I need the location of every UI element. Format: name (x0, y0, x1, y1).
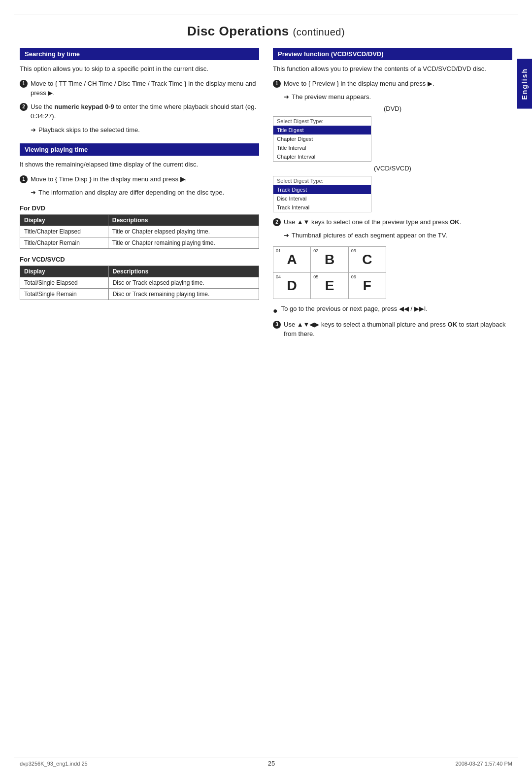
thumb-letter: F (363, 278, 371, 294)
dvd-col1: Display (20, 214, 108, 226)
digest-row: Disc Interval (273, 194, 371, 203)
display-cell: Title/Chapter Elapsed (20, 226, 108, 237)
thumb-cell: 02B (311, 247, 348, 272)
digest-row: Track Digest (273, 185, 371, 194)
digest-row: Chapter Digest (273, 134, 371, 143)
table-row: Title/Chapter ElapsedTitle or Chapter el… (20, 226, 259, 237)
digest-row: Title Digest (273, 126, 371, 134)
desc-cell: Title or Chapter elapsed playing time. (108, 226, 259, 237)
searching-section: Searching by time This option allows you… (20, 48, 259, 134)
desc-cell: Disc or Track remaining playing time. (108, 288, 259, 300)
digest-row: Title Interval (273, 143, 371, 152)
thumb-cell: 03C (349, 247, 386, 272)
prev-next-bullet: ● To go to the previous or next page, pr… (273, 304, 512, 317)
preview-step2-num: 2 (273, 218, 281, 226)
content-area: Searching by time This option allows you… (0, 48, 532, 363)
searching-step2: 2 Use the numeric keypad 0-9 to enter th… (20, 102, 259, 121)
thumb-num: 05 (313, 274, 318, 279)
preview-step1: 1 Move to { Preview } in the display men… (273, 79, 512, 89)
thumb-row: 01A02B03C (273, 247, 386, 273)
dvd-table: Display Descriptions Title/Chapter Elaps… (20, 214, 259, 249)
thumb-letter: C (362, 252, 372, 268)
border-bottom (14, 758, 518, 758)
preview-step2-arrow: ➜ Thumbnail pictures of each segment app… (284, 231, 512, 240)
page-title: Disc Operations (continued) (0, 0, 532, 48)
desc-cell: Title or Chapter remaining playing time. (108, 237, 259, 248)
preview-step2: 2 Use ▲▼ keys to select one of the previ… (273, 217, 512, 227)
language-tab: English (517, 59, 532, 109)
vcd-digest-box: Select Digest Type: Track DigestDisc Int… (273, 176, 371, 212)
vcd-digest-header: Select Digest Type: (273, 176, 371, 185)
preview-step1-arrow: ➜ The preview menu appears. (284, 92, 512, 102)
thumb-row: 04D05E06F (273, 273, 386, 299)
thumb-letter: A (287, 252, 297, 268)
thumbnail-grid: 01A02B03C04D05E06F (273, 246, 386, 299)
page-number: 25 (268, 760, 275, 767)
preview-intro: This function allows you to preview the … (273, 64, 512, 74)
preview-step3-num: 3 (273, 321, 281, 329)
step2-num: 2 (20, 103, 28, 111)
table-row: Total/Single ElapsedDisc or Track elapse… (20, 277, 259, 288)
thumb-cell: 05E (311, 273, 348, 299)
title-main: Disc Operations (187, 24, 289, 38)
thumb-num: 01 (276, 248, 281, 253)
preview-step3: 3 Use ▲▼◀▶ keys to select a thumbnail pi… (273, 320, 512, 339)
left-column: Searching by time This option allows you… (20, 48, 259, 343)
thumb-letter: B (325, 252, 334, 268)
preview-section: Preview function (VCD/SVCD/DVD) This fun… (273, 48, 512, 339)
vcd-table-label: For VCD/SVCD (20, 256, 259, 263)
thumb-num: 03 (351, 248, 356, 253)
searching-step2-arrow: ➜ Playback skips to the selected time. (31, 125, 259, 135)
right-column: Preview function (VCD/SVCD/DVD) This fun… (273, 48, 512, 343)
digest-row: Track Interval (273, 203, 371, 212)
footer-left: dvp3256K_93_eng1.indd 25 (20, 761, 88, 767)
page-footer: dvp3256K_93_eng1.indd 25 25 2008-03-27 1… (0, 760, 532, 767)
desc-cell: Disc or Track elapsed playing time. (108, 277, 259, 288)
searching-intro: This option allows you to skip to a spec… (20, 64, 259, 74)
searching-step1: 1 Move to { TT Time / CH Time / Disc Tim… (20, 79, 259, 98)
thumb-cell: 06F (349, 273, 386, 299)
border-top (14, 14, 518, 14)
thumb-num: 06 (351, 274, 356, 279)
display-cell: Total/Single Elapsed (20, 277, 109, 288)
thumb-num: 04 (276, 274, 281, 279)
viewing-header: Viewing playing time (20, 143, 259, 156)
table-row: Title/Chapter RemainTitle or Chapter rem… (20, 237, 259, 248)
thumb-num: 02 (313, 248, 318, 253)
vcd-col2: Descriptions (108, 266, 259, 277)
thumb-letter: E (325, 278, 334, 294)
table-row: Total/Single RemainDisc or Track remaini… (20, 288, 259, 300)
viewing-step1: 1 Move to { Time Disp } in the display m… (20, 174, 259, 184)
viewing-step1-arrow: ➜ The information and display are differ… (31, 188, 259, 198)
preview-step1-num: 1 (273, 80, 281, 88)
page-container: Disc Operations (continued) English Sear… (0, 0, 532, 772)
viewing-intro: It shows the remaining/elapsed time disp… (20, 160, 259, 169)
vcd-label: (VCD/SVCD) (273, 165, 512, 172)
thumb-letter: D (287, 278, 297, 294)
step1-num: 1 (20, 80, 28, 88)
dvd-label: (DVD) (273, 105, 512, 112)
searching-header: Searching by time (20, 48, 259, 60)
dvd-table-label: For DVD (20, 204, 259, 212)
thumb-cell: 01A (273, 247, 311, 272)
dvd-col2: Descriptions (108, 214, 259, 226)
preview-header: Preview function (VCD/SVCD/DVD) (273, 48, 512, 60)
dvd-digest-header: Select Digest Type: (273, 117, 371, 126)
viewing-section: Viewing playing time It shows the remain… (20, 143, 259, 300)
vcd-table: Display Descriptions Total/Single Elapse… (20, 266, 259, 300)
dvd-digest-box: Select Digest Type: Title DigestChapter … (273, 116, 371, 162)
display-cell: Title/Chapter Remain (20, 237, 108, 248)
display-cell: Total/Single Remain (20, 288, 109, 300)
footer-right: 2008-03-27 1:57:40 PM (455, 761, 512, 767)
title-continued: (continued) (293, 27, 345, 37)
viewing-step1-num: 1 (20, 175, 28, 183)
vcd-col1: Display (20, 266, 109, 277)
digest-row: Chapter Interval (273, 152, 371, 161)
thumb-cell: 04D (273, 273, 311, 299)
